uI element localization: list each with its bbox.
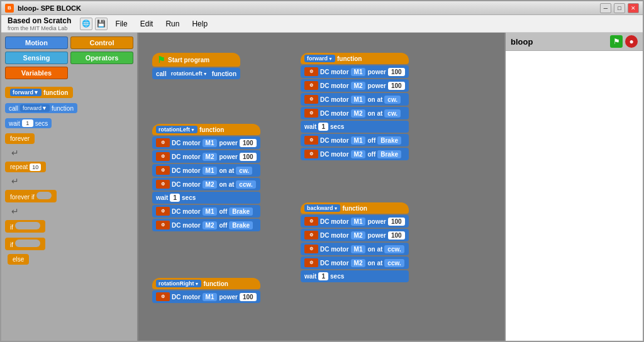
- fw-dc-m2-off[interactable]: ⚙ DC motor M2 off Brake: [301, 148, 409, 160]
- rr-power-100-1[interactable]: 100: [240, 293, 257, 301]
- forward-dropdown[interactable]: forward▼: [10, 89, 42, 96]
- forward-fn-dropdown[interactable]: forward: [304, 55, 335, 62]
- power-100-1[interactable]: 100: [240, 139, 257, 147]
- cat-variables[interactable]: Variables: [5, 67, 68, 79]
- fw-wait-1[interactable]: 1: [318, 123, 328, 131]
- cat-operators[interactable]: Operators: [70, 52, 133, 64]
- backward-fn-hat[interactable]: backward function: [301, 202, 409, 214]
- rl-dc-m2-off[interactable]: ⚙ DC motor M2 off Brake: [152, 219, 260, 231]
- brake-val1[interactable]: Brake: [229, 207, 253, 216]
- close-button[interactable]: ✕: [628, 3, 639, 13]
- if-block2[interactable]: if: [5, 238, 45, 250]
- wait-1-1[interactable]: 1: [170, 194, 180, 202]
- if-block[interactable]: if: [5, 220, 45, 233]
- forever-if-block[interactable]: forever if: [5, 190, 57, 202]
- rl-dc-m1-on[interactable]: ⚙ DC motor M1 on at cw.: [152, 164, 260, 177]
- canvas-area[interactable]: ⚑ Start program call rotationLeft functi…: [138, 33, 504, 341]
- fw-m1-on-val[interactable]: M1: [351, 96, 366, 104]
- fw-m1-val[interactable]: M1: [351, 68, 366, 76]
- rr-dc-m1-power[interactable]: ⚙ DC motor M1 power 100: [152, 290, 260, 303]
- call-forward-block[interactable]: call forward▼ function: [5, 103, 77, 113]
- rl-dc-m2-power[interactable]: ⚙ DC motor M2 power 100: [152, 150, 260, 163]
- bw-dc-m1-on[interactable]: ⚙ DC motor M1 on at ccw.: [301, 243, 409, 255]
- fw-dc-m2-power[interactable]: ⚙ DC motor M2 power 100: [301, 79, 409, 92]
- run-button[interactable]: ⚑: [610, 35, 623, 48]
- fw-dc-m1-power[interactable]: ⚙ DC motor M1 power 100: [301, 65, 409, 78]
- m2-val3[interactable]: M2: [203, 221, 218, 229]
- fw-m1-off-val[interactable]: M1: [351, 136, 366, 145]
- rotationright-fn-dropdown[interactable]: rotationRight: [156, 280, 201, 287]
- fw-cw1[interactable]: cw.: [384, 96, 401, 104]
- bw-dc-text1: DC motor: [320, 218, 349, 225]
- power-100-2[interactable]: 100: [240, 153, 257, 161]
- call-rotationleft-block[interactable]: call rotationLeft function: [152, 68, 240, 79]
- bw-power-100-2[interactable]: 100: [388, 231, 405, 240]
- rl-dc-m1-off[interactable]: ⚙ DC motor M1 off Brake: [152, 205, 260, 218]
- fw-dc-m1-off[interactable]: ⚙ DC motor M1 off Brake: [301, 134, 409, 146]
- fw-cw2[interactable]: cw.: [384, 109, 401, 118]
- bw-dc-m1-power[interactable]: ⚙ DC motor M1 power 100: [301, 215, 409, 228]
- bw-power-100-1[interactable]: 100: [388, 218, 405, 226]
- save-icon[interactable]: 💾: [95, 18, 108, 30]
- cat-motion[interactable]: Motion: [5, 36, 68, 49]
- cat-sensing[interactable]: Sensing: [5, 52, 68, 64]
- rl-dc-m1-power[interactable]: ⚙ DC motor M1 power 100: [152, 136, 260, 149]
- m1-val1[interactable]: M1: [203, 139, 218, 147]
- bw-m2-on-val[interactable]: M2: [351, 259, 366, 267]
- rotationright-fn-hat[interactable]: rotationRight function: [152, 278, 260, 289]
- rl-dc-m2-on[interactable]: ⚙ DC motor M2 on at ccw.: [152, 178, 260, 190]
- rotationleft-fn-dropdown[interactable]: rotationLeft: [156, 126, 197, 133]
- bw-ccw1[interactable]: ccw.: [384, 245, 404, 253]
- m1-val3[interactable]: M1: [203, 207, 218, 216]
- fw-off1: off: [367, 137, 375, 144]
- cat-control[interactable]: Control: [70, 36, 133, 49]
- backward-fn-dropdown[interactable]: backward: [304, 204, 340, 212]
- brake-val2[interactable]: Brake: [229, 221, 253, 229]
- forever-block[interactable]: forever: [5, 133, 35, 144]
- else-block[interactable]: else: [8, 254, 29, 265]
- bw-m1-val[interactable]: M1: [351, 218, 366, 226]
- m2-val2[interactable]: M2: [203, 180, 218, 189]
- globe-icon[interactable]: 🌐: [80, 18, 92, 30]
- repeat-value[interactable]: 10: [30, 163, 41, 171]
- menu-file[interactable]: File: [110, 18, 132, 30]
- fw-power-100-2[interactable]: 100: [388, 82, 405, 90]
- fw-power-100-1[interactable]: 100: [388, 68, 405, 76]
- fw-m2-on-val[interactable]: M2: [351, 109, 366, 118]
- m1-val2[interactable]: M1: [203, 167, 218, 175]
- bw-ccw2[interactable]: ccw.: [384, 259, 404, 267]
- call-forward-dropdown[interactable]: forward▼: [20, 104, 50, 112]
- fw-m2-off-val[interactable]: M2: [351, 150, 366, 158]
- bw-m1-on-val[interactable]: M1: [351, 245, 366, 253]
- rr-m1-val1[interactable]: M1: [203, 293, 218, 301]
- wait-value[interactable]: 1: [22, 119, 33, 127]
- ccw-val1[interactable]: ccw.: [236, 180, 255, 189]
- menu-run[interactable]: Run: [160, 18, 184, 30]
- fw-brake2[interactable]: Brake: [377, 150, 401, 158]
- wait-block[interactable]: wait 1 secs: [5, 118, 52, 128]
- stop-button[interactable]: ●: [625, 35, 638, 48]
- rl-wait[interactable]: wait 1 secs: [152, 192, 260, 204]
- fw-brake1[interactable]: Brake: [377, 136, 401, 145]
- forward-fn-block[interactable]: forward▼ function: [5, 87, 73, 98]
- minimize-button[interactable]: ─: [600, 3, 611, 13]
- fw-m2-val[interactable]: M2: [351, 82, 366, 90]
- m2-val1[interactable]: M2: [203, 153, 218, 161]
- fw-wait[interactable]: wait 1 secs: [301, 121, 409, 133]
- fw-dc-m1-on[interactable]: ⚙ DC motor M1 on at cw.: [301, 93, 409, 106]
- fw-dc-m2-on[interactable]: ⚙ DC motor M2 on at cw.: [301, 107, 409, 119]
- bw-m2-val[interactable]: M2: [351, 231, 366, 240]
- bw-wait[interactable]: wait 1 secs: [301, 270, 409, 282]
- bw-wait-1[interactable]: 1: [318, 272, 328, 280]
- cw-val1[interactable]: cw.: [236, 167, 252, 175]
- maximize-button[interactable]: □: [614, 3, 625, 13]
- forward-fn-hat[interactable]: forward function: [301, 53, 409, 64]
- menu-edit[interactable]: Edit: [135, 18, 158, 30]
- repeat-block[interactable]: repeat 10: [5, 162, 46, 172]
- menu-help[interactable]: Help: [187, 18, 213, 30]
- bw-dc-m2-power[interactable]: ⚙ DC motor M2 power 100: [301, 229, 409, 241]
- bw-dc-m2-on[interactable]: ⚙ DC motor M2 on at ccw.: [301, 256, 409, 269]
- start-program-hat[interactable]: ⚑ Start program: [152, 53, 240, 67]
- rotationleft-dropdown[interactable]: rotationLeft: [169, 70, 210, 77]
- rotationleft-fn-hat[interactable]: rotationLeft function: [152, 124, 260, 135]
